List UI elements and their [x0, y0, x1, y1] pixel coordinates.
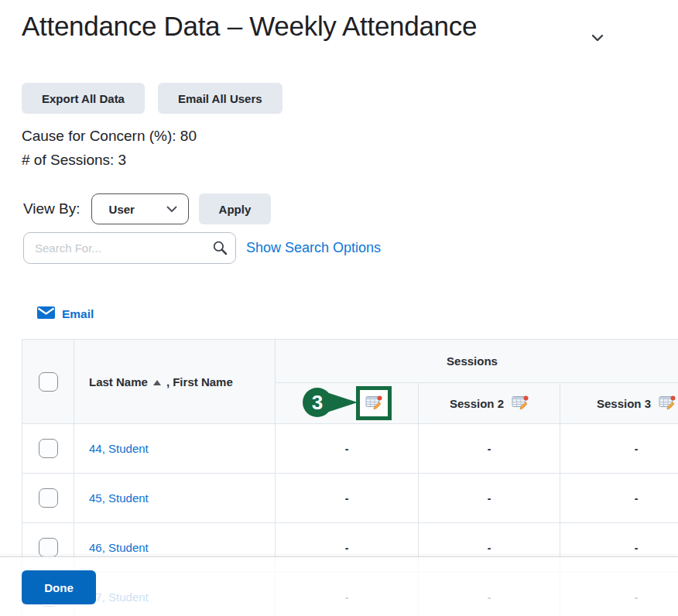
- table-row: 44, Student - - -: [22, 424, 678, 474]
- step-callout-number: 3: [311, 391, 322, 414]
- attendance-data-page: Attendance Data – Weekly Attendance Expo…: [0, 0, 678, 616]
- sort-ascending-icon: [153, 380, 161, 385]
- search-input[interactable]: [24, 233, 213, 263]
- last-name-sort-label[interactable]: Last Name: [89, 375, 148, 388]
- email-selected-link[interactable]: Email: [37, 306, 94, 322]
- enter-attendance-data-icon[interactable]: [659, 395, 676, 412]
- session-2-value: -: [419, 474, 560, 523]
- sessions-group-label: Sessions: [447, 354, 498, 368]
- export-all-data-button[interactable]: Export All Data: [22, 83, 145, 114]
- callout-highlight-box: [356, 386, 392, 420]
- session-3-label: Session 3: [597, 397, 651, 410]
- row-checkbox[interactable]: [39, 538, 58, 557]
- view-by-select[interactable]: User: [91, 193, 189, 224]
- chevron-down-icon: [166, 202, 177, 216]
- search-icon[interactable]: [211, 240, 229, 257]
- session-1-column-header: 3: [276, 383, 419, 424]
- session-3-value: -: [560, 424, 678, 474]
- session-1-value: -: [276, 424, 419, 474]
- session-3-column-header: Session 3: [560, 383, 678, 424]
- row-checkbox[interactable]: [39, 488, 58, 508]
- session-3-value: -: [560, 474, 678, 523]
- sticky-footer: [0, 556, 678, 616]
- session-2-value: -: [419, 424, 560, 474]
- table-row: 45, Student - - -: [22, 474, 678, 523]
- apply-button[interactable]: Apply: [199, 193, 272, 224]
- student-name-link[interactable]: 44, Student: [89, 442, 149, 455]
- name-column-header[interactable]: Last Name , First Name: [74, 340, 276, 424]
- search-row: Show Search Options: [23, 232, 381, 264]
- done-button[interactable]: Done: [22, 570, 96, 604]
- step-callout-balloon: 3: [303, 387, 358, 420]
- sessions-group-header: Sessions: [276, 340, 678, 383]
- enter-attendance-data-icon[interactable]: [512, 395, 529, 412]
- email-all-users-button[interactable]: Email All Users: [158, 83, 282, 114]
- session-2-label: Session 2: [450, 397, 504, 410]
- top-buttons: Export All Data Email All Users: [22, 83, 282, 114]
- sessions-count-text: # of Sessions: 3: [22, 148, 197, 172]
- enter-attendance-data-icon[interactable]: [365, 395, 382, 412]
- student-name-link[interactable]: 45, Student: [89, 491, 149, 505]
- cause-for-concern-text: Cause for Concern (%): 80: [22, 124, 197, 148]
- email-icon: [37, 306, 55, 322]
- session-2-column-header: Session 2: [419, 383, 560, 424]
- page-title-chevron-down-icon[interactable]: [591, 32, 604, 46]
- row-checkbox[interactable]: [39, 439, 58, 458]
- view-by-label: View By:: [23, 200, 80, 217]
- email-link-label: Email: [62, 307, 94, 321]
- search-box: [23, 232, 236, 264]
- session-1-value: -: [276, 474, 419, 523]
- summary-block: Cause for Concern (%): 80 # of Sessions:…: [22, 124, 197, 172]
- select-all-checkbox[interactable]: [39, 372, 58, 392]
- show-search-options-link[interactable]: Show Search Options: [246, 240, 381, 256]
- student-name-link[interactable]: 46, Student: [89, 541, 149, 554]
- page-title: Attendance Data – Weekly Attendance: [22, 11, 477, 42]
- view-by-row: View By: User Apply: [23, 193, 271, 224]
- select-all-header-cell: [22, 340, 74, 424]
- first-name-label: , First Name: [166, 375, 233, 388]
- view-by-selected-value: User: [109, 203, 135, 216]
